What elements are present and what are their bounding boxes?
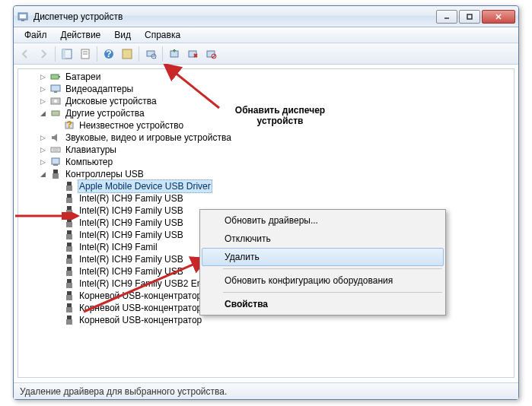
show-hide-console-tree-button[interactable] xyxy=(59,46,75,62)
usb-icon xyxy=(63,278,75,290)
tree-item-label: Компьютер xyxy=(64,156,114,168)
usb-icon xyxy=(63,253,75,265)
titlebar[interactable]: Диспетчер устройств xyxy=(14,6,518,27)
audio-icon xyxy=(49,132,62,144)
tree-item-label: Корневой USB-концентратор xyxy=(78,290,203,302)
svg-text:?: ? xyxy=(66,119,72,130)
tree-item-label: Apple Mobile Device USB Driver xyxy=(78,179,212,193)
update-driver-button[interactable] xyxy=(166,46,183,62)
tree-item[interactable]: ▷Компьютер xyxy=(38,156,514,168)
ctx-disable[interactable]: Отключить xyxy=(202,230,444,248)
tree-item-label: Intel(R) ICH9 Family USB xyxy=(78,205,185,217)
tree-item[interactable]: ▷Батареи xyxy=(38,71,514,83)
other-icon xyxy=(49,107,62,119)
menu-view[interactable]: Вид xyxy=(108,28,137,42)
tree-item-label: Дисковые устройства xyxy=(64,95,158,107)
back-button[interactable] xyxy=(17,46,33,62)
svg-rect-42 xyxy=(66,186,72,191)
svg-rect-28 xyxy=(54,91,57,93)
minimize-button[interactable] xyxy=(436,10,457,24)
tree-item-label: Батареи xyxy=(64,71,102,83)
svg-rect-50 xyxy=(66,234,72,239)
tree-item[interactable]: ◢Другие устройства xyxy=(38,107,514,119)
scan-hardware-button[interactable] xyxy=(142,46,159,62)
menubar: Файл Действие Вид Справка xyxy=(14,27,518,43)
ctx-scan-hardware[interactable]: Обновить конфигурацию оборудования xyxy=(202,271,444,290)
tree-item-label: Корневой USB-концентратор xyxy=(78,302,203,314)
svg-rect-52 xyxy=(66,246,72,252)
menu-file[interactable]: Файл xyxy=(18,28,53,42)
ctx-properties[interactable]: Свойства xyxy=(202,295,444,313)
tree-item[interactable]: Корневой USB-концентратор xyxy=(52,314,514,326)
maximize-button[interactable] xyxy=(459,10,480,24)
expander-icon xyxy=(52,194,61,203)
tree-item[interactable]: ▷Звуковые, видео и игровые устройства xyxy=(38,132,514,144)
svg-rect-51 xyxy=(67,243,72,246)
help-button[interactable]: ? xyxy=(100,46,117,62)
tree-item-label: Intel(R) ICH9 Family USB xyxy=(78,265,185,278)
tree-item[interactable]: ▷Клавиатуры xyxy=(38,144,514,156)
close-button[interactable] xyxy=(482,10,515,24)
tree-item[interactable]: ▷Видеоадаптеры xyxy=(38,83,514,95)
svg-rect-55 xyxy=(67,267,72,271)
tree-item-label: Звуковые, видео и игровые устройства xyxy=(64,132,233,144)
expander-icon[interactable]: ▷ xyxy=(38,97,47,106)
usb-icon xyxy=(63,265,75,278)
disable-button[interactable] xyxy=(202,46,219,62)
forward-button[interactable] xyxy=(35,46,52,62)
ctx-delete[interactable]: Удалить xyxy=(202,248,444,266)
svg-rect-45 xyxy=(67,206,72,210)
svg-rect-34 xyxy=(51,147,60,152)
ctx-update-drivers[interactable]: Обновить драйверы... xyxy=(202,211,444,230)
svg-rect-40 xyxy=(53,173,59,179)
expander-icon[interactable]: ▷ xyxy=(38,133,47,142)
expander-icon[interactable]: ◢ xyxy=(38,170,47,179)
tree-item-label: Видеоадаптеры xyxy=(64,83,135,95)
menu-help[interactable]: Справка xyxy=(139,28,186,42)
usb-icon xyxy=(63,314,75,326)
usb-icon xyxy=(63,205,75,217)
svg-rect-48 xyxy=(66,222,72,227)
uninstall-button[interactable] xyxy=(184,46,201,62)
expander-icon[interactable]: ▷ xyxy=(38,145,47,154)
expander-icon xyxy=(52,279,61,288)
expander-icon[interactable]: ◢ xyxy=(38,109,47,118)
tree-item[interactable]: Intel(R) ICH9 Family USB xyxy=(52,192,514,205)
menu-action[interactable]: Действие xyxy=(55,28,107,42)
svg-rect-59 xyxy=(67,291,72,295)
tree-item-label: Корневой USB-концентратор xyxy=(78,314,203,326)
svg-rect-49 xyxy=(67,230,72,234)
tree-item[interactable]: ▷Дисковые устройства xyxy=(38,95,514,107)
expander-icon xyxy=(52,182,61,191)
svg-rect-27 xyxy=(51,85,60,91)
tree-item[interactable]: ◢Контроллеры USB xyxy=(38,168,514,180)
action-button[interactable] xyxy=(119,46,135,62)
svg-rect-61 xyxy=(67,303,72,307)
expander-icon[interactable]: ▷ xyxy=(38,72,47,81)
svg-rect-37 xyxy=(52,158,59,164)
unknown-icon: ? xyxy=(63,119,75,132)
ctx-separator xyxy=(223,292,442,293)
expander-icon xyxy=(52,303,61,312)
properties-button[interactable] xyxy=(77,46,94,62)
tree-item-label: Клавиатуры xyxy=(64,144,118,156)
tree-item[interactable]: Apple Mobile Device USB Driver xyxy=(52,180,514,192)
svg-rect-2 xyxy=(21,20,24,21)
svg-rect-38 xyxy=(53,164,58,166)
tree-item-label: Неизвестное устройство xyxy=(78,119,185,132)
svg-rect-53 xyxy=(67,255,72,259)
tree-item[interactable]: ?Неизвестное устройство xyxy=(52,119,514,132)
usb-icon xyxy=(63,180,75,192)
usb-icon xyxy=(63,302,75,314)
svg-rect-41 xyxy=(67,182,72,186)
svg-rect-4 xyxy=(467,14,472,19)
expander-icon xyxy=(52,230,61,239)
expander-icon[interactable]: ▷ xyxy=(38,157,47,167)
expander-icon xyxy=(52,121,61,130)
expander-icon[interactable]: ▷ xyxy=(38,84,47,94)
statusbar-text: Удаление драйвера для выбранного устройс… xyxy=(20,386,227,397)
tree-item-label: Intel(R) ICH9 Family USB xyxy=(78,229,185,241)
svg-rect-1 xyxy=(20,14,26,18)
svg-rect-63 xyxy=(67,316,72,319)
usb-icon xyxy=(63,229,75,241)
